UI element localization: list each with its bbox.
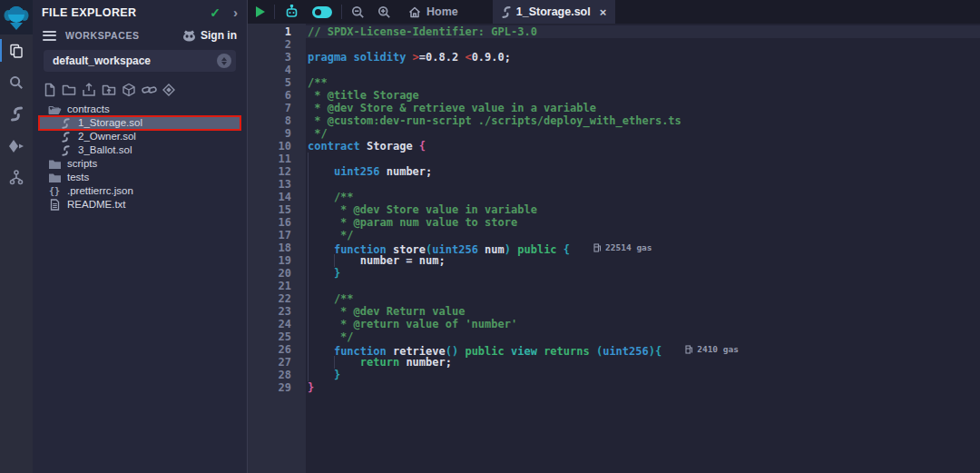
solidity-icon xyxy=(58,132,73,143)
editor-gutter: 1234567891011121314151617181920212223242… xyxy=(248,24,306,473)
line-number: 10 xyxy=(279,140,291,153)
file-tree: contracts1_Storage.sol2_Owner.sol3_Ballo… xyxy=(33,103,247,212)
tab-close-icon[interactable]: × xyxy=(600,5,607,19)
check-icon[interactable]: ✓ xyxy=(210,5,220,20)
line-number: 7 xyxy=(285,102,291,114)
line-number: 12 xyxy=(279,165,291,178)
tree-item-contracts[interactable]: contracts xyxy=(33,103,247,116)
run-script-button[interactable] xyxy=(248,0,271,24)
tree-item-label: scripts xyxy=(67,157,97,171)
tab-1-storage-sol[interactable]: 1_Storage.sol × xyxy=(493,0,616,24)
zoom-in-icon[interactable] xyxy=(371,0,397,24)
gas-estimate: 2410 gas xyxy=(685,343,739,356)
diamond-icon[interactable] xyxy=(162,84,175,96)
line-number: 22 xyxy=(279,292,291,305)
folder-icon xyxy=(47,159,62,170)
tree-item-3-ballot-sol[interactable]: 3_Ballot.sol xyxy=(33,143,247,157)
tree-item-label: .prettierrc.json xyxy=(67,184,133,198)
sign-in-button[interactable]: Sign in xyxy=(182,29,237,42)
activity-bar xyxy=(0,0,33,473)
folder-icon xyxy=(47,172,62,183)
cube-icon[interactable] xyxy=(122,83,136,97)
search-icon[interactable] xyxy=(0,66,33,98)
line-number: 28 xyxy=(279,369,291,381)
file-explorer-panel: FILE EXPLORER ✓ › WORKSPACES Sign in def… xyxy=(33,0,248,473)
line-number: 19 xyxy=(279,254,291,267)
line-number: 16 xyxy=(279,216,291,229)
line-number: 21 xyxy=(279,280,291,292)
code-line-3: pragma solidity >=0.8.2 <0.9.0; xyxy=(308,51,980,64)
new-folder-icon[interactable] xyxy=(62,84,76,96)
code-line-17: */ xyxy=(308,229,980,241)
line-number: 3 xyxy=(285,51,291,64)
code-line-15: * @dev Store value in variable xyxy=(308,203,980,216)
tree-item-label: contracts xyxy=(67,103,110,116)
tree-item-scripts[interactable]: scripts xyxy=(33,157,247,171)
line-number: 1 xyxy=(285,25,291,38)
workspace-select[interactable]: default_workspace xyxy=(44,50,236,72)
remix-logo[interactable] xyxy=(0,0,33,34)
home-tab-label: Home xyxy=(426,5,458,18)
tree-item-label: 1_Storage.sol xyxy=(78,116,142,130)
line-number: 8 xyxy=(285,114,291,127)
line-number: 15 xyxy=(279,203,291,216)
code-line-23: * @dev Return value xyxy=(308,305,980,318)
file-explorer-icon[interactable] xyxy=(0,34,33,66)
sign-in-label: Sign in xyxy=(201,29,237,42)
solidity-compiler-icon[interactable] xyxy=(0,98,33,130)
file-icon xyxy=(47,199,62,211)
tree-item-2-owner-sol[interactable]: 2_Owner.sol xyxy=(33,130,247,143)
code-editor[interactable]: 1234567891011121314151617181920212223242… xyxy=(248,24,980,473)
tab-label: 1_Storage.sol xyxy=(516,5,591,18)
code-line-20: } xyxy=(308,267,980,280)
git-icon[interactable] xyxy=(0,162,33,193)
code-line-21 xyxy=(308,280,980,292)
code-line-29: } xyxy=(308,381,980,394)
line-number: 14 xyxy=(279,191,291,203)
zoom-out-icon[interactable] xyxy=(345,0,371,24)
github-icon xyxy=(182,30,196,42)
code-line-7: * @dev Store & retrieve value in a varia… xyxy=(308,102,980,114)
upload-folder-icon[interactable] xyxy=(102,84,116,96)
file-explorer-header: FILE EXPLORER ✓ › xyxy=(33,0,247,25)
copilot-toggle[interactable] xyxy=(306,0,338,24)
link-icon[interactable] xyxy=(142,84,157,96)
code-line-8: * @custom:dev-run-script ./scripts/deplo… xyxy=(308,114,980,127)
line-number: 24 xyxy=(279,318,291,330)
hamburger-menu-icon[interactable] xyxy=(43,28,56,43)
workspaces-label: WORKSPACES xyxy=(65,30,182,41)
tree-item-label: 2_Owner.sol xyxy=(78,130,136,143)
code-line-14: /** xyxy=(308,191,980,203)
workspace-name: default_workspace xyxy=(53,54,217,67)
code-line-22: /** xyxy=(308,292,980,305)
line-number: 20 xyxy=(279,267,291,280)
editor-topbar: Home 1_Storage.sol × xyxy=(248,0,980,24)
line-number: 9 xyxy=(285,127,291,140)
tree-item-readme-txt[interactable]: README.txt xyxy=(33,198,247,212)
tab-home[interactable]: Home xyxy=(397,0,469,24)
line-number: 26 xyxy=(279,343,291,356)
file-toolbar xyxy=(33,72,247,101)
code-line-9: */ xyxy=(308,127,980,140)
line-number: 2 xyxy=(285,38,291,51)
chevron-right-icon[interactable]: › xyxy=(233,5,238,19)
code-line-4 xyxy=(308,64,980,76)
line-number: 5 xyxy=(285,76,291,89)
deploy-run-icon[interactable] xyxy=(0,130,33,162)
solidity-icon xyxy=(58,145,73,156)
code-line-1: // SPDX-License-Identifier: GPL-3.0 xyxy=(308,25,980,38)
upload-file-icon[interactable] xyxy=(82,83,96,97)
new-file-icon[interactable] xyxy=(44,83,56,97)
solidity-icon xyxy=(502,6,511,18)
gas-estimate: 22514 gas xyxy=(593,241,652,254)
separator xyxy=(274,5,275,19)
code-line-25: */ xyxy=(308,330,980,343)
line-number: 25 xyxy=(279,330,291,343)
tree-item--prettierrc-json[interactable]: {}.prettierrc.json xyxy=(33,184,247,198)
ai-copilot-icon[interactable] xyxy=(278,0,306,24)
workspaces-row: WORKSPACES Sign in xyxy=(33,27,247,44)
tree-item-label: README.txt xyxy=(67,198,126,212)
line-number: 27 xyxy=(279,356,291,369)
tree-item-1-storage-sol[interactable]: 1_Storage.sol xyxy=(39,116,240,130)
tree-item-tests[interactable]: tests xyxy=(33,171,247,184)
